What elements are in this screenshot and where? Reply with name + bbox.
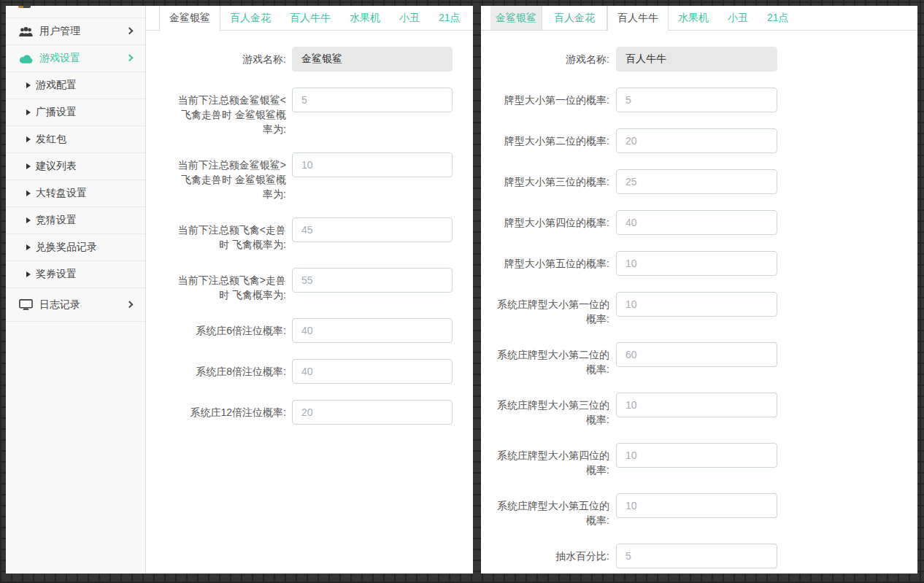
tab-label: 百人金花	[554, 12, 595, 25]
field-label: 牌型大小第一位的概率:	[493, 88, 609, 107]
chevron-right-icon	[126, 301, 134, 308]
tabbar-right: 金鲨银鲨 百人金花 百人牛牛 水果机 小丑 21点	[481, 6, 917, 31]
tab[interactable]: 21点	[439, 6, 461, 30]
form-row: 当前下注总额金鲨银鲨< 飞禽走兽时 金鲨银鲨概率为:	[146, 88, 473, 136]
field-label: 系统庄8倍注位概率:	[177, 359, 286, 379]
field-label: 系统庄牌型大小第一位的 概率:	[493, 292, 609, 326]
field-label: 系统庄6倍注位概率:	[177, 318, 286, 338]
field-label: 当前下注总额飞禽>走兽 时 飞禽概率为:	[177, 268, 286, 302]
form-row: 游戏名称:	[146, 47, 473, 72]
sidebar-subitem[interactable]: 游戏配置	[6, 72, 145, 99]
field-label: 当前下注总额金鲨银鲨> 飞禽走兽时 金鲨银鲨概率为:	[177, 152, 286, 201]
field-label: 牌型大小第三位的概率:	[493, 169, 609, 189]
form-row: 牌型大小第五位的概率:	[481, 251, 917, 276]
sidebar-subitem-label: 广播设置	[36, 106, 77, 119]
sidebar-subitem[interactable]: 兑换奖品记录	[6, 234, 145, 261]
tabbar-left: 金鲨银鲨 百人金花 百人牛牛 水果机 小丑 21点	[146, 6, 473, 31]
field-input[interactable]	[616, 393, 777, 417]
sidebar-subitem[interactable]: 大转盘设置	[6, 180, 145, 207]
field-label: 系统庄牌型大小第三位的 概率:	[493, 393, 609, 427]
field-input[interactable]	[616, 342, 777, 367]
tab[interactable]: 百人牛牛	[290, 6, 331, 30]
field-input[interactable]	[292, 88, 453, 112]
caret-right-icon	[26, 217, 31, 223]
field-input[interactable]	[616, 251, 777, 276]
panel-gap	[473, 6, 481, 574]
tab[interactable]: 水果机	[678, 6, 709, 30]
caret-right-icon	[26, 163, 31, 169]
form-row: 抽水百分比:	[481, 544, 917, 568]
tab[interactable]: 水果机	[350, 6, 380, 30]
tab[interactable]: 金鲨银鲨	[490, 6, 542, 30]
field-label: 牌型大小第二位的概率:	[493, 128, 609, 148]
field-input[interactable]	[616, 47, 777, 72]
sidebar-subitem[interactable]: 奖券设置	[6, 261, 145, 288]
cloud-icon	[18, 54, 33, 63]
form-row: 系统庄牌型大小第四位的 概率:	[481, 443, 917, 477]
field-input[interactable]	[616, 128, 777, 153]
form-row: 牌型大小第一位的概率:	[481, 88, 917, 112]
field-label: 牌型大小第五位的概率:	[493, 251, 609, 271]
field-input[interactable]	[292, 152, 453, 177]
field-label: 系统庄12倍注位概率:	[177, 400, 286, 420]
form-row: 牌型大小第四位的概率:	[481, 210, 917, 235]
sidebar-item-label: 用户管理	[39, 25, 80, 38]
sidebar-subitem[interactable]: 竞猜设置	[6, 207, 145, 234]
sidebar-item-logs[interactable]: 日志记录	[6, 288, 145, 322]
game-form-right: 游戏名称: 牌型大小第一位的概率: 牌型大小第二位的概率: 牌型大小第三位的概率…	[481, 31, 917, 568]
field-input[interactable]	[292, 217, 453, 242]
sidebar-subitem[interactable]: 发红包	[6, 126, 145, 153]
field-label: 系统庄牌型大小第二位的 概率:	[493, 342, 609, 377]
sidebar: 用户管理 游戏设置 游戏配置 广播设置	[6, 6, 146, 574]
tab-label: 21点	[439, 12, 461, 25]
form-row: 系统庄牌型大小第一位的 概率:	[481, 292, 917, 326]
tab-label: 21点	[767, 12, 789, 25]
sidebar-item-partial[interactable]	[6, 6, 145, 18]
field-input[interactable]	[616, 210, 777, 235]
sidebar-subitem[interactable]: 广播设置	[6, 99, 145, 126]
game-config-panel-right: 金鲨银鲨 百人金花 百人牛牛 水果机 小丑 21点	[481, 6, 917, 574]
form-row: 当前下注总额金鲨银鲨> 飞禽走兽时 金鲨银鲨概率为:	[146, 152, 473, 201]
sidebar-submenu: 游戏配置 广播设置 发红包 建议列表	[6, 72, 145, 288]
monitor-icon	[18, 299, 33, 311]
tab-label: 小丑	[399, 12, 420, 25]
tab[interactable]: 小丑	[399, 6, 420, 30]
field-input[interactable]	[616, 493, 777, 518]
sidebar-item-user-management[interactable]: 用户管理	[6, 18, 145, 45]
field-input[interactable]	[292, 318, 453, 343]
tab-label: 百人牛牛	[617, 12, 658, 25]
field-input[interactable]	[292, 47, 453, 72]
sidebar-subitem-label: 大转盘设置	[36, 187, 87, 200]
field-input[interactable]	[292, 359, 453, 384]
field-label: 游戏名称:	[493, 47, 609, 66]
field-input[interactable]	[616, 169, 777, 194]
form-row: 游戏名称:	[481, 47, 917, 72]
sidebar-subitem-label: 兑换奖品记录	[36, 241, 97, 254]
field-input[interactable]	[292, 268, 453, 293]
field-input[interactable]	[616, 443, 777, 468]
tab[interactable]: 21点	[767, 6, 789, 30]
field-input[interactable]	[292, 400, 453, 425]
tab[interactable]: 百人金花	[230, 6, 271, 30]
tab[interactable]: 小丑	[728, 6, 748, 30]
field-input[interactable]	[616, 544, 777, 568]
sidebar-item-label: 日志记录	[39, 298, 80, 312]
form-row: 当前下注总额飞禽>走兽 时 飞禽概率为:	[146, 268, 473, 302]
tab[interactable]: 百人牛牛	[607, 6, 669, 31]
sidebar-subitem[interactable]: 建议列表	[6, 153, 145, 180]
field-input[interactable]	[616, 292, 777, 317]
tab[interactable]: 金鲨银鲨	[159, 6, 220, 31]
field-label: 系统庄牌型大小第五位的 概率:	[493, 493, 609, 528]
chevron-right-icon	[126, 54, 134, 61]
field-label: 系统庄牌型大小第四位的 概率:	[493, 443, 609, 477]
field-input[interactable]	[616, 88, 777, 112]
field-label: 牌型大小第四位的概率:	[493, 210, 609, 230]
tab-label: 金鲨银鲨	[496, 12, 536, 25]
tab-label: 小丑	[728, 12, 748, 25]
sidebar-item-game-settings[interactable]: 游戏设置	[6, 45, 145, 72]
caret-right-icon	[26, 82, 31, 88]
tab-label: 百人金花	[230, 12, 271, 25]
form-row: 系统庄6倍注位概率:	[146, 318, 473, 343]
form-row: 牌型大小第三位的概率:	[481, 169, 917, 194]
tab[interactable]: 百人金花	[542, 6, 607, 30]
